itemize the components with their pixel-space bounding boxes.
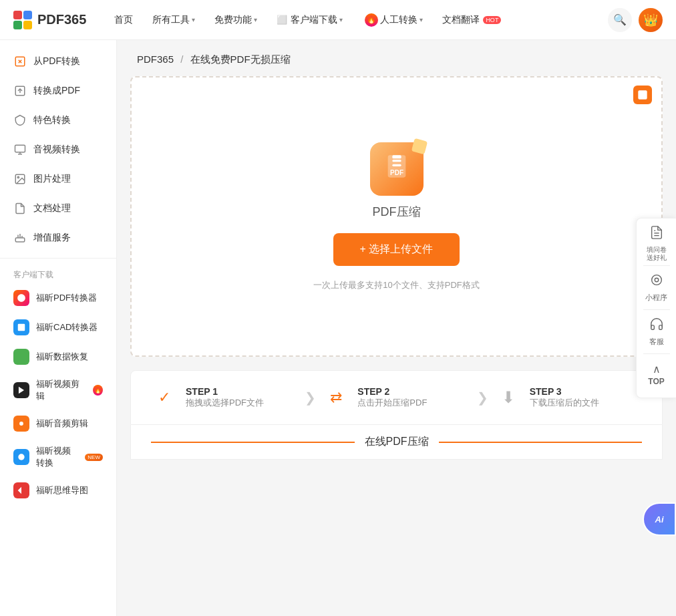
sidebar-divider: [0, 258, 116, 259]
breadcrumb-home[interactable]: PDF365: [137, 53, 174, 65]
fire-badge-icon: 🔥: [93, 385, 103, 396]
foxit-mindmap-icon: [13, 482, 29, 498]
section-line-right: [439, 442, 643, 443]
step-3: ⬇ STEP 3 下载压缩后的文件: [495, 384, 642, 411]
logo-grid: [13, 11, 32, 29]
layout: 从PDF转换 转换成PDF 特色转换 音视频转换 图片处理: [0, 40, 676, 616]
miniapp-icon: [649, 273, 664, 291]
nav-menu: 首页 所有工具 ▾ 免费功能 ▾ ⬜ 客户端下载 ▾ 🔥 人工转换 ▾ 文档翻译…: [106, 9, 608, 31]
chevron-down-icon: ▾: [419, 16, 423, 23]
service-label: 客服: [649, 337, 664, 346]
search-button[interactable]: 🔍: [608, 8, 632, 32]
svg-point-26: [655, 279, 659, 283]
sidebar-item-vip[interactable]: 增值服务: [0, 223, 116, 253]
step-1-icon: ✓: [151, 384, 178, 411]
svg-text:PDF: PDF: [390, 169, 403, 176]
compress-symbol: PDF: [383, 153, 410, 185]
nav-item-free[interactable]: 免费功能 ▾: [206, 10, 265, 30]
nav-item-tools[interactable]: 所有工具 ▾: [144, 10, 203, 30]
logo[interactable]: PDF365: [13, 11, 86, 29]
sidebar-item-image[interactable]: 图片处理: [0, 164, 116, 194]
main-content: PDF365 / 在线免费PDF无损压缩 PDF: [117, 40, 676, 616]
nav-item-translate[interactable]: 文档翻译 HOT: [434, 10, 509, 30]
user-avatar-button[interactable]: 👑: [639, 8, 663, 32]
foxit-video-convert-icon: [13, 449, 29, 465]
foxit-recovery-icon: [13, 349, 29, 365]
breadcrumb-separator: /: [180, 53, 186, 65]
ai-badge-button[interactable]: Ai: [643, 502, 676, 536]
header-right: 🔍 👑: [608, 8, 663, 32]
section-title-text: 在线PDF压缩: [365, 435, 429, 449]
image-icon: [13, 172, 27, 186]
svg-rect-10: [15, 238, 25, 242]
foxit-pdf-icon: [13, 290, 29, 306]
sidebar-item-from-pdf[interactable]: 从PDF转换: [0, 47, 116, 76]
sidebar-item-to-pdf[interactable]: 转换成PDF: [0, 76, 116, 106]
svg-marker-12: [19, 387, 24, 394]
section-line-left: [151, 442, 355, 443]
sidebar-app-foxit-video-convert[interactable]: 福昕视频转换 NEW: [0, 438, 116, 476]
svg-point-25: [651, 275, 661, 285]
fire-icon: 🔥: [365, 13, 378, 27]
logo-cell-green: [13, 21, 22, 29]
chevron-down-icon: ▾: [192, 16, 195, 23]
sidebar-item-media[interactable]: 音视频转换: [0, 135, 116, 164]
convert-to-icon: [13, 84, 27, 98]
svg-rect-21: [392, 164, 401, 166]
upload-area-corner-icon[interactable]: [633, 86, 652, 104]
hot-badge: HOT: [483, 16, 501, 24]
svg-rect-19: [392, 155, 401, 158]
float-divider-3: [643, 353, 670, 354]
nav-item-home[interactable]: 首页: [106, 10, 141, 30]
top-button[interactable]: ∧ TOP: [640, 357, 673, 391]
sidebar-app-foxit-recovery[interactable]: 福昕数据恢复: [0, 342, 116, 371]
svg-point-6: [17, 176, 19, 178]
step-arrow-1: ❯: [305, 390, 316, 406]
step-1: ✓ STEP 1 拖拽或选择PDF文件: [151, 384, 298, 411]
survey-button[interactable]: 填问卷送好礼: [640, 225, 673, 262]
download-icon: ⬜: [277, 15, 287, 25]
new-badge: NEW: [85, 454, 103, 461]
step-arrow-2: ❯: [477, 390, 488, 406]
chevron-down-icon: ▾: [254, 16, 257, 23]
select-upload-button[interactable]: + 选择上传文件: [333, 233, 460, 266]
svg-point-13: [19, 422, 23, 426]
sidebar-app-foxit-mindmap[interactable]: 福昕思维导图: [0, 476, 116, 505]
svg-rect-11: [18, 324, 25, 331]
float-divider-2: [643, 309, 670, 310]
sidebar-app-foxit-cad[interactable]: 福昕CAD转换器: [0, 313, 116, 342]
logo-cell-blue: [23, 11, 32, 19]
sidebar-app-foxit-video-edit[interactable]: 福昕视频剪辑 🔥: [0, 371, 116, 409]
section-title-bar: 在线PDF压缩: [130, 425, 663, 460]
foxit-cad-icon: [13, 319, 29, 335]
service-icon: [649, 317, 664, 335]
upload-area: PDF PDF压缩 + 选择上传文件 一次上传最多支持10个文件、支持PDF格式: [130, 76, 663, 357]
sidebar-section-title: 客户端下载: [0, 264, 116, 283]
sidebar: 从PDF转换 转换成PDF 特色转换 音视频转换 图片处理: [0, 40, 117, 616]
sidebar-app-foxit-audio[interactable]: 福昕音频剪辑: [0, 409, 116, 438]
breadcrumb-current: 在线免费PDF无损压缩: [190, 53, 291, 65]
sidebar-app-foxit-pdf[interactable]: 福昕PDF转换器: [0, 283, 116, 313]
survey-icon: [649, 225, 664, 243]
pdf-compress-label: PDF压缩: [373, 204, 421, 220]
convert-from-icon: [13, 55, 27, 68]
foxit-audio-icon: [13, 416, 29, 432]
doc-icon: [13, 202, 27, 215]
sidebar-item-special[interactable]: 特色转换: [0, 106, 116, 135]
miniapp-button[interactable]: 小程序: [640, 269, 673, 306]
logo-text: PDF365: [37, 12, 86, 27]
nav-item-download[interactable]: ⬜ 客户端下载 ▾: [269, 10, 351, 30]
step-2: ⇄ STEP 2 点击开始压缩PDF: [323, 384, 470, 411]
pdf-compress-icon: PDF: [370, 142, 424, 196]
svg-point-14: [18, 454, 24, 460]
step-1-desc: 拖拽或选择PDF文件: [186, 397, 264, 409]
float-divider-1: [643, 265, 670, 266]
steps-bar: ✓ STEP 1 拖拽或选择PDF文件 ❯ ⇄ STEP 2 点击开始压缩PDF…: [130, 370, 663, 425]
pdf-icon-container: PDF PDF压缩: [370, 142, 424, 220]
svg-rect-3: [15, 145, 25, 152]
service-button[interactable]: 客服: [640, 313, 673, 350]
top-label: TOP: [648, 377, 664, 386]
nav-item-human[interactable]: 🔥 人工转换 ▾: [354, 9, 431, 31]
upload-tip: 一次上传最多支持10个文件、支持PDF格式: [313, 279, 479, 291]
sidebar-item-doc[interactable]: 文档处理: [0, 194, 116, 223]
